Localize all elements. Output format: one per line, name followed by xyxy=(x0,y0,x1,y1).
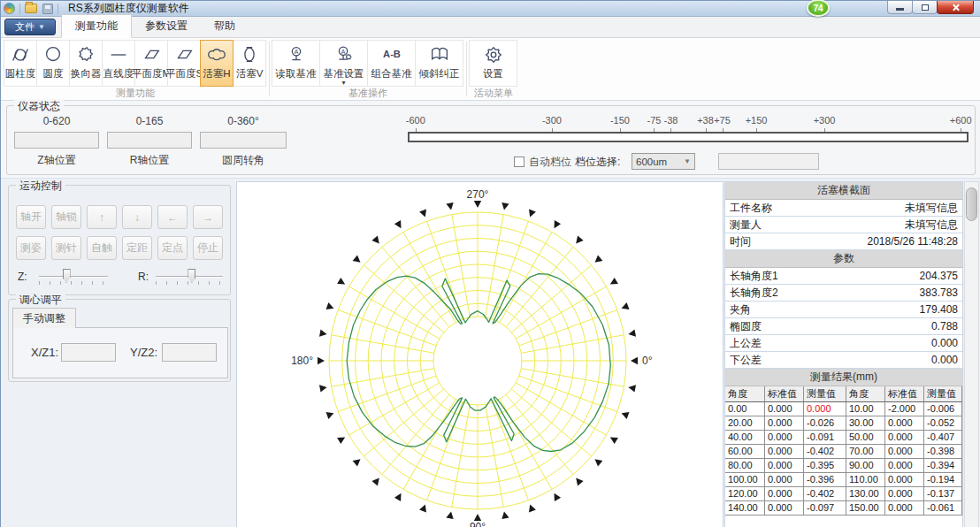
results-row[interactable]: 140.000.000-0.097150.000.000-0.061 xyxy=(725,501,962,516)
ribbon-button-cylindricity[interactable]: 圆柱度 xyxy=(4,40,37,87)
angle-marker xyxy=(394,493,402,501)
fixed-point-button[interactable]: 定点 xyxy=(157,236,188,260)
file-menu-button[interactable]: 文件 ▼ xyxy=(4,19,56,35)
angle-marker xyxy=(631,357,638,364)
ribbon-group-measure-functions: 圆柱度 圆度 换向器 直线度 平面度M xyxy=(4,38,266,100)
angle-marker xyxy=(628,329,636,336)
axis-angle-label: 0° xyxy=(642,355,653,367)
stop-button[interactable]: 停止 xyxy=(193,236,223,260)
open-folder-icon[interactable] xyxy=(25,4,37,13)
datum-settings-icon: A xyxy=(333,43,356,66)
param-row: 夹角179.408 xyxy=(725,302,962,318)
scrollbar-thumb[interactable] xyxy=(966,187,977,221)
commutator-icon xyxy=(74,43,97,66)
yz2-field[interactable] xyxy=(162,343,217,362)
save-icon[interactable] xyxy=(42,4,53,14)
ribbon-button-roundness[interactable]: 圆度 xyxy=(36,40,70,87)
slider-track[interactable] xyxy=(39,276,108,278)
results-cell: 0.000 xyxy=(885,445,924,459)
ribbon-button-piston-v[interactable]: 活塞V xyxy=(233,40,266,87)
ribbon-button-flatness-m[interactable]: 平面度M xyxy=(134,40,168,87)
results-cell: -0.398 xyxy=(924,445,962,459)
grid-spoke xyxy=(452,215,471,317)
results-cell: 80.00 xyxy=(725,459,765,473)
combined-datum-icon: A-B xyxy=(380,43,403,66)
results-cell: 120.00 xyxy=(725,487,765,501)
results-cell: -0.097 xyxy=(804,501,846,516)
ribbon-button-piston-h[interactable]: 活塞H xyxy=(200,40,234,87)
measure-pose-button[interactable]: 测姿 xyxy=(16,236,46,260)
ruler-tick-label: -600 xyxy=(406,115,425,126)
manual-adjust-tab[interactable]: 手动调整 xyxy=(12,308,76,328)
results-row[interactable]: 80.000.000-0.39590.000.000-0.394 xyxy=(725,459,962,473)
range-extra-field[interactable] xyxy=(718,153,819,170)
restore-button[interactable] xyxy=(912,1,938,14)
tab-help[interactable]: 帮助 xyxy=(201,15,249,37)
results-row[interactable]: 40.000.000-0.09150.000.000-0.407 xyxy=(725,431,962,445)
ruler-tick-label: +75 xyxy=(714,115,731,126)
angle-marker xyxy=(394,220,402,228)
angle-marker xyxy=(474,201,481,208)
info-label: 时间 xyxy=(730,234,751,249)
results-row[interactable]: 60.000.000-0.40270.000.000-0.398 xyxy=(725,445,962,459)
close-button[interactable] xyxy=(937,1,974,14)
z-speed-slider[interactable]: Z: xyxy=(18,269,115,290)
ribbon-button-flatness-s[interactable]: 平面度S xyxy=(167,40,201,87)
button-label: 活塞H xyxy=(203,67,230,80)
move-left-button[interactable]: ← xyxy=(157,205,188,229)
ribbon-button-settings[interactable]: 设置 xyxy=(469,40,517,87)
centering-leveling-groupbox: 调心调平 手动调整 X/Z1: Y/Z2: xyxy=(8,299,231,382)
axis-open-button[interactable]: 轴开 xyxy=(16,205,46,229)
results-cell: -0.402 xyxy=(804,487,846,501)
fixed-distance-button[interactable]: 定距 xyxy=(122,236,152,260)
memory-usage-badge[interactable]: 74 xyxy=(807,0,830,17)
auto-touch-button[interactable]: 自触 xyxy=(87,236,117,260)
angle-marker xyxy=(555,220,562,228)
minimize-button[interactable] xyxy=(887,1,913,14)
results-header-cell: 角度 xyxy=(725,386,765,402)
r-speed-slider[interactable]: R: xyxy=(138,269,235,290)
results-row[interactable]: 20.000.000-0.02630.000.000-0.052 xyxy=(725,416,962,431)
param-value: 204.375 xyxy=(920,270,958,282)
flatness-m-icon xyxy=(140,43,163,66)
app-logo-icon[interactable] xyxy=(4,3,15,14)
results-row[interactable]: 120.000.000-0.402130.000.000-0.137 xyxy=(725,487,962,501)
tab-measure-functions[interactable]: 测量功能 xyxy=(61,14,132,38)
axis-lock-button[interactable]: 轴锁 xyxy=(51,205,81,229)
ruler-tick-mark xyxy=(654,128,655,132)
ribbon-button-combined-datum[interactable]: A-B 组合基准 xyxy=(367,40,416,87)
menu-bar: 文件 ▼ 测量功能 参数设置 帮助 xyxy=(1,17,980,38)
ribbon-button-tilt-correction[interactable]: 倾斜纠正 xyxy=(415,40,463,87)
results-table: 角度标准值测量值角度标准值测量值0.000.0000.00010.00-2.00… xyxy=(725,386,962,527)
meter-range-label: 0-360° xyxy=(200,115,287,128)
info-label: 工件名称 xyxy=(730,201,772,216)
vertical-scrollbar[interactable] xyxy=(964,181,979,527)
params-title: 参数 xyxy=(725,250,962,268)
results-cell: 0.000 xyxy=(885,487,924,501)
results-row[interactable]: 0.000.0000.00010.00-2.000-0.006 xyxy=(725,402,962,416)
probe-button[interactable]: 测针 xyxy=(51,236,81,260)
window-controls xyxy=(888,1,974,14)
auto-range-checkbox[interactable] xyxy=(514,157,524,167)
angle-marker xyxy=(610,438,618,445)
range-select-dropdown[interactable]: 600um ▼ xyxy=(632,153,695,170)
info-row: 工件名称未填写信息 xyxy=(725,200,962,217)
move-down-button[interactable]: ↓ xyxy=(122,205,152,229)
tab-parameter-settings[interactable]: 参数设置 xyxy=(132,15,201,37)
results-row[interactable]: 100.000.000-0.396110.000.000-0.194 xyxy=(725,473,962,487)
file-menu-label: 文件 xyxy=(15,20,34,34)
results-cell: 30.00 xyxy=(846,416,885,431)
move-up-button[interactable]: ↑ xyxy=(87,205,117,229)
xz1-field[interactable] xyxy=(61,343,116,362)
ribbon-button-datum-settings[interactable]: A 基准设置 ▾ xyxy=(319,40,368,87)
button-label: 活塞V xyxy=(236,67,264,80)
results-cell: 150.00 xyxy=(846,501,885,516)
slider-track[interactable] xyxy=(156,276,223,278)
meter-range-label: 0-165 xyxy=(107,115,192,128)
piston-h-icon xyxy=(205,43,228,66)
angle-marker xyxy=(501,511,509,519)
ribbon-button-straightness[interactable]: 直线度 xyxy=(102,40,135,87)
move-right-button[interactable]: → xyxy=(193,205,223,229)
ribbon-button-read-datum[interactable]: A 读取基准 xyxy=(272,40,320,87)
ribbon-button-commutator[interactable]: 换向器 xyxy=(69,40,103,87)
